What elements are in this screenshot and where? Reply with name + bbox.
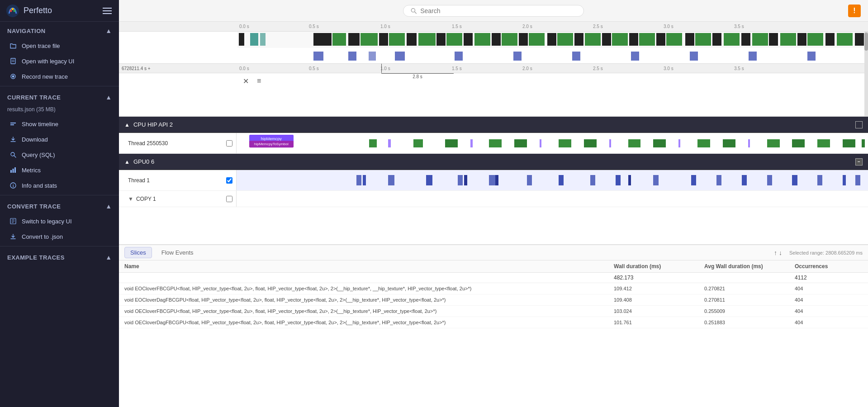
ruler-tick-5: 2.5 s	[593, 24, 603, 29]
open-trace-label: Open trace file	[22, 43, 60, 49]
search-icon	[411, 8, 417, 14]
svg-rect-4	[11, 58, 15, 64]
table-row[interactable]: void OECloverDagFBCGPU<float, HIP_vector…	[119, 317, 868, 328]
open-legacy-label: Open with legacy UI	[22, 58, 74, 65]
blue-block-8	[631, 52, 639, 61]
current-trace-header[interactable]: Current Trace ▲	[0, 88, 119, 104]
overview-row-2	[237, 50, 868, 62]
gpu0-group-header[interactable]: ▲ GPU0 6 −	[119, 154, 868, 170]
svg-rect-14	[13, 169, 14, 173]
svg-point-0	[6, 5, 19, 17]
overview-block-green-19	[837, 33, 853, 46]
overview-block-dark-3	[348, 33, 360, 46]
table-row[interactable]: void EOCloverDagFBCGPU<float, HIP_vector…	[119, 294, 868, 306]
track-bar-g15	[843, 139, 855, 147]
overview-block-dark-8	[492, 33, 501, 46]
thread-2550530-checkbox[interactable]	[226, 140, 232, 147]
sidebar-item-download[interactable]: Download	[0, 132, 119, 147]
table-row[interactable]: void OECloverFBCGPU<float, HIP_vector_ty…	[119, 306, 868, 317]
topbar: !	[119, 0, 868, 22]
close-button[interactable]: ✕	[241, 76, 251, 86]
col-name-header: Name	[124, 263, 614, 270]
search-input[interactable]	[420, 7, 576, 14]
timeline-controls: ✕ ≡	[237, 74, 266, 88]
row-2-occ: 404	[795, 308, 863, 314]
track-area: ▲ CPU HIP API 2 Thread 2550530 hipMemcpy…	[119, 117, 868, 244]
sidebar-item-convert-json[interactable]: Convert to .json	[0, 229, 119, 244]
example-traces-section: Example Traces ▲	[0, 248, 119, 265]
example-traces-header[interactable]: Example Traces ▲	[0, 248, 119, 265]
row-1-avg: 0.270811	[704, 297, 795, 303]
ruler-tick-0: 0.0 s	[239, 24, 249, 29]
overview-block-dark-19	[797, 33, 806, 46]
perfetto-logo-icon	[5, 4, 20, 18]
navigation-section: Navigation ▲ Open trace file Open with l…	[0, 22, 119, 84]
alert-badge[interactable]: !	[848, 5, 861, 17]
thread-1-content[interactable]	[237, 170, 868, 190]
sidebar-item-show-timeline[interactable]: Show timeline	[0, 116, 119, 132]
gpu-bar-11	[590, 175, 595, 185]
svg-rect-13	[10, 170, 12, 173]
track-bar-g8	[628, 139, 641, 147]
sidebar-item-query[interactable]: Query (SQL)	[0, 147, 119, 162]
sidebar-item-open-trace[interactable]: Open trace file	[0, 38, 119, 53]
cpu-hip-api-group-header[interactable]: ▲ CPU HIP API 2	[119, 117, 868, 133]
gpu-group-toggle-icon[interactable]: ▲	[124, 159, 130, 165]
table-row[interactable]: void EOCloverFBCGPU<float, HIP_vector_ty…	[119, 283, 868, 294]
convert-trace-header[interactable]: Convert trace ▲	[0, 197, 119, 213]
copy-1-toggle-icon[interactable]: ▼	[128, 196, 133, 202]
overview-block-green-18	[807, 33, 823, 46]
sidebar-item-switch-legacy[interactable]: Switch to legacy UI	[0, 213, 119, 229]
navigation-section-header[interactable]: Navigation ▲	[0, 22, 119, 38]
tab-flow-events[interactable]: Flow Events	[156, 247, 199, 258]
thread-2550530-content[interactable]: hipMemcpy hipMemcpyToSymbol	[237, 133, 868, 153]
sort-up-icon[interactable]: ↑	[774, 249, 777, 256]
list-button[interactable]: ≡	[255, 76, 263, 86]
menu-button[interactable]	[101, 6, 114, 16]
gpu-bar-13	[628, 175, 631, 185]
sidebar-item-open-legacy[interactable]: Open with legacy UI	[0, 53, 119, 69]
thread-1-label: Thread 1	[128, 177, 150, 184]
sidebar-item-record-trace[interactable]: Record new trace	[0, 69, 119, 84]
slices-panel: Slices Flow Events ↑ ↓ Selected range: 2…	[119, 244, 868, 407]
navigation-chevron-icon: ▲	[105, 27, 112, 34]
ruler2-tick-5: 2.5 s	[593, 66, 603, 71]
gpu-bar-15	[691, 175, 696, 185]
track-slices-container: ▲ CPU HIP API 2 Thread 2550530 hipMemcpy…	[119, 117, 868, 407]
ruler-tick-1: 0.5 s	[309, 24, 319, 29]
ruler2-tick-1: 0.5 s	[309, 66, 319, 71]
track-bar-g10	[697, 139, 710, 147]
copy-1-content[interactable]	[237, 191, 868, 207]
copy-1-checkbox[interactable]	[226, 196, 232, 202]
download-icon	[9, 135, 17, 143]
overview-block-dark-12	[602, 33, 611, 46]
overview-block-dark-5	[407, 33, 417, 46]
overview-row-1	[237, 32, 868, 48]
sidebar-item-info[interactable]: i Info and stats	[0, 178, 119, 193]
track-bar-g4	[489, 139, 502, 147]
search-container[interactable]	[403, 5, 584, 17]
row-2-avg: 0.255009	[704, 308, 795, 314]
gpu-bar-22	[855, 175, 860, 185]
track-bar-g2	[413, 139, 423, 147]
total-occ: 4112	[795, 274, 863, 281]
switch-icon	[9, 217, 17, 225]
cpu-group-toggle-icon[interactable]: ▲	[124, 122, 130, 128]
thread-1-checkbox[interactable]	[226, 177, 232, 184]
blue-block-7	[572, 52, 580, 61]
row-0-occ: 404	[795, 286, 863, 291]
sort-down-icon[interactable]: ↓	[779, 249, 782, 256]
gpu-bar-3	[388, 175, 394, 185]
overview-block-teal-1	[250, 33, 258, 46]
cpu-group-checkbox[interactable]	[855, 121, 863, 128]
timeline-scrollbar[interactable]	[864, 32, 868, 117]
row-2-name: void OECloverFBCGPU<float, HIP_vector_ty…	[124, 308, 614, 314]
overview-block-green-9	[557, 33, 573, 46]
row-3-avg: 0.251883	[704, 320, 795, 325]
sidebar-item-metrics[interactable]: Metrics	[0, 162, 119, 178]
timeline-area: 0.0 s 0.5 s 1.0 s 1.5 s 2.0 s 2.5 s 3.0 …	[119, 22, 868, 117]
tab-slices[interactable]: Slices	[124, 247, 152, 258]
row-1-occ: 404	[795, 297, 863, 303]
timeline-scrollbar-thumb[interactable]	[864, 33, 868, 51]
gpu-group-checkbox[interactable]: −	[855, 158, 863, 166]
